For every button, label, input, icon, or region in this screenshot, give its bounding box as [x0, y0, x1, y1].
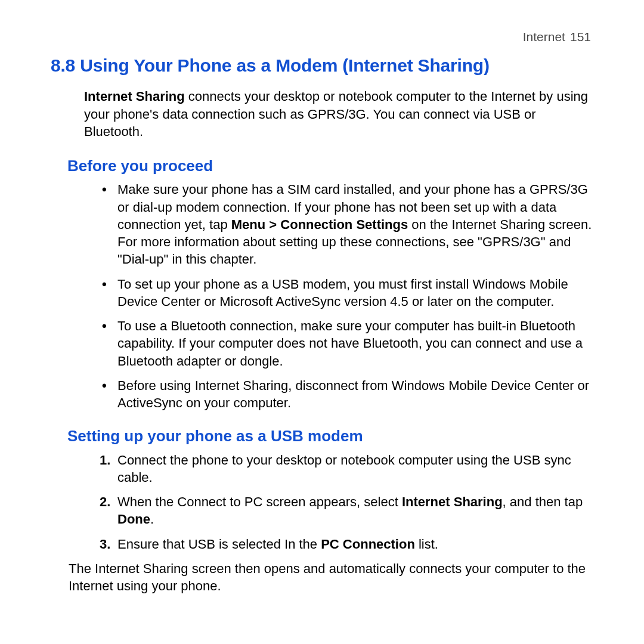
before-proceed-list: Make sure your phone has a SIM card inst…: [117, 181, 593, 411]
list-item: To use a Bluetooth connection, make sure…: [117, 317, 593, 370]
bullet-text: To use a Bluetooth connection, make sure…: [117, 318, 583, 369]
list-item: Ensure that USB is selected In the PC Co…: [117, 535, 593, 553]
list-item: Before using Internet Sharing, disconnec…: [117, 377, 593, 412]
usb-modem-steps: Connect the phone to your desktop or not…: [117, 451, 593, 553]
chapter-name: Internet: [523, 30, 565, 44]
page-header: Internet151: [51, 29, 593, 45]
section-title: 8.8 Using Your Phone as a Modem (Interne…: [51, 54, 593, 78]
intro-paragraph: Internet Sharing connects your desktop o…: [84, 88, 593, 140]
step-text: When the Connect to PC screen appears, s…: [117, 494, 402, 509]
bullet-text: To set up your phone as a USB modem, you…: [117, 277, 568, 309]
step-text: list.: [415, 537, 438, 552]
list-item: Connect the phone to your desktop or not…: [117, 451, 593, 487]
intro-lead-term: Internet Sharing: [84, 89, 185, 104]
list-item: When the Connect to PC screen appears, s…: [117, 493, 593, 528]
step-text: .: [150, 512, 154, 527]
list-item: Make sure your phone has a SIM card inst…: [117, 181, 593, 268]
step-bold: PC Connection: [321, 537, 415, 552]
subsection-usb-modem: Setting up your phone as a USB modem: [67, 426, 593, 446]
list-item: To set up your phone as a USB modem, you…: [117, 275, 593, 311]
bullet-text: Before using Internet Sharing, disconnec…: [117, 378, 589, 410]
bullet-bold: Menu > Connection Settings: [231, 217, 408, 232]
step-text: , and then tap: [503, 494, 583, 509]
step-text: Connect the phone to your desktop or not…: [117, 453, 571, 485]
page-number: 151: [570, 30, 591, 44]
subsection-before-proceed: Before you proceed: [67, 156, 593, 176]
step-bold: Done: [117, 512, 150, 527]
step-bold: Internet Sharing: [402, 494, 503, 509]
closing-paragraph: The Internet Sharing screen then opens a…: [69, 560, 593, 595]
step-text: Ensure that USB is selected In the: [117, 537, 321, 552]
